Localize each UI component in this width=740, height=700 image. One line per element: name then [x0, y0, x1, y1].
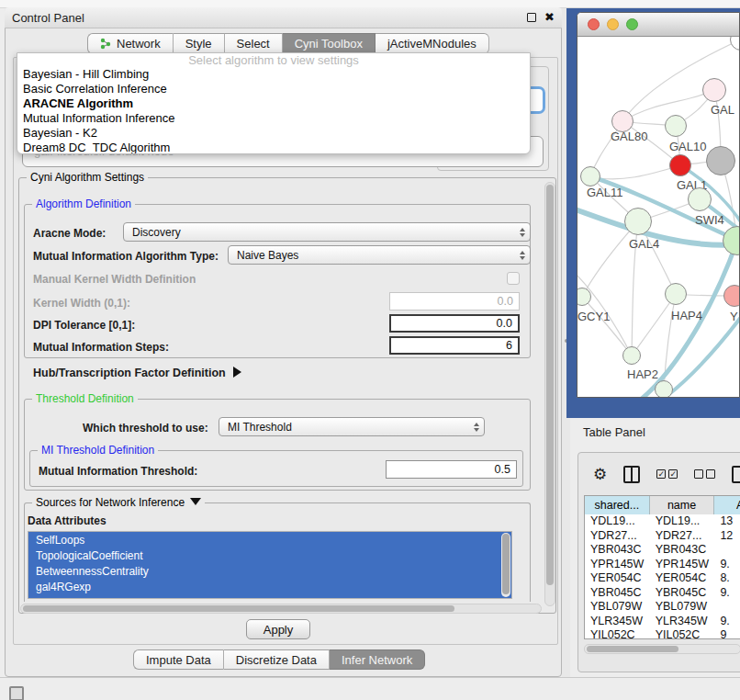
- bottom-dock-area: [0, 678, 740, 700]
- cyni-settings-legend: Cyni Algorithm Settings: [27, 171, 148, 184]
- table-row[interactable]: YBR045CYBR045C9.: [585, 586, 740, 601]
- control-panel-title: Control Panel: [12, 11, 84, 25]
- tab-style[interactable]: Style: [174, 33, 225, 54]
- stepper-arrows-icon: [520, 251, 525, 260]
- column-layout-icon[interactable]: [623, 466, 640, 483]
- stepper-arrows-icon: [474, 423, 479, 432]
- collapse-down-icon[interactable]: [190, 498, 201, 505]
- tab-jactivemnodules[interactable]: jActiveMNodules: [376, 33, 489, 54]
- node-label: HAP2: [627, 367, 658, 381]
- attributes-list-scrollbar[interactable]: [501, 533, 510, 597]
- algorithm-option[interactable]: Bayesian - Hill Climbing: [17, 67, 530, 82]
- table-row[interactable]: YLR345WYLR345W9.: [585, 615, 740, 629]
- select-all-columns-icon[interactable]: ✓✓: [656, 469, 678, 479]
- table-row[interactable]: YDL19...YDL19...13: [585, 514, 740, 529]
- tab-impute-data[interactable]: Impute Data: [133, 649, 224, 670]
- table-cell: YER054C: [585, 571, 650, 586]
- zoom-traffic-light[interactable]: [626, 18, 638, 30]
- manual-kernel-checkbox[interactable]: [507, 272, 520, 285]
- table-row[interactable]: YPR145WYPR145W9.: [585, 558, 740, 572]
- algorithm-option[interactable]: Bayesian - K2: [17, 126, 530, 141]
- dpi-tolerance-label: DPI Tolerance [0,1]:: [33, 319, 135, 332]
- aracne-mode-select[interactable]: Discovery: [123, 222, 531, 242]
- network-window-titlebar[interactable]: [577, 13, 739, 37]
- table-row[interactable]: YBL079WYBL079W: [585, 600, 740, 615]
- table-horizontal-scrollbar[interactable]: [584, 644, 740, 654]
- mi-algorithm-type-select[interactable]: Naive Bayes: [228, 245, 531, 265]
- algorithm-option[interactable]: Dream8 DC_TDC Algorithm: [17, 141, 530, 154]
- mi-threshold-input[interactable]: 0.5: [386, 460, 517, 479]
- column-header-name[interactable]: name: [650, 496, 715, 514]
- attribute-list-item[interactable]: TopologicalCoefficient: [28, 548, 511, 563]
- node-label: GAL4: [629, 237, 659, 251]
- close-traffic-light[interactable]: [588, 18, 600, 30]
- tab-cyni-toolbox[interactable]: Cyni Toolbox: [283, 33, 376, 54]
- settings-horizontal-scrollbar[interactable]: [20, 604, 542, 614]
- sources-legend[interactable]: Sources for Network Inference: [32, 496, 205, 509]
- table-row[interactable]: YBR043CYBR043C: [585, 543, 740, 558]
- attribute-list-item[interactable]: BetweennessCentrality: [28, 563, 511, 579]
- attribute-list-item[interactable]: SelfLoops: [28, 532, 511, 548]
- network-node-gal11[interactable]: [580, 166, 600, 186]
- settings-vertical-scrollbar[interactable]: [544, 182, 555, 606]
- table-row[interactable]: YDR27...YDR27...12: [585, 529, 740, 544]
- table-cell: [714, 543, 740, 558]
- table-toolbar: ⚙ ✓✓: [584, 460, 740, 488]
- attribute-list-item[interactable]: gal4RGexp: [28, 579, 511, 594]
- which-threshold-select[interactable]: MI Threshold: [219, 417, 485, 436]
- network-node-swi4[interactable]: [688, 187, 712, 211]
- hub-definition-toggle[interactable]: Hub/Transcription Factor Definition: [33, 367, 241, 379]
- table-cell: YBL079W: [650, 600, 715, 615]
- table-cell: 9: [714, 628, 740, 639]
- table-row[interactable]: YER054CYER054C8.: [585, 571, 740, 586]
- table-cell: 8.: [714, 571, 740, 586]
- table-row[interactable]: YIL052CYIL052C9: [585, 628, 740, 639]
- network-node-gal10[interactable]: [665, 115, 687, 137]
- minimize-traffic-light[interactable]: [607, 18, 619, 30]
- network-node-gal[interactable]: [702, 78, 726, 102]
- column-header-shared-name[interactable]: shared...: [585, 496, 650, 514]
- network-node-hap2[interactable]: [622, 346, 641, 365]
- kernel-width-label: Kernel Width (0,1):: [33, 297, 130, 310]
- table-panel-title: Table Panel: [583, 425, 645, 439]
- network-node-hap4[interactable]: [665, 283, 687, 305]
- node-label: GAL11: [587, 186, 623, 199]
- table-cell: YPR145W: [585, 558, 650, 572]
- table-cell: 9.: [714, 615, 740, 629]
- table-cell: 9.: [714, 586, 740, 601]
- attribute-list-item-partial[interactable]: [28, 594, 511, 599]
- network-node[interactable]: [655, 380, 673, 397]
- kernel-width-input[interactable]: 0.0: [389, 292, 520, 310]
- float-window-icon[interactable]: [527, 13, 536, 22]
- dock-panel-button[interactable]: [9, 686, 24, 700]
- network-node-y[interactable]: [723, 285, 739, 307]
- close-icon[interactable]: ✖: [544, 13, 555, 22]
- column-header-partial[interactable]: A: [714, 496, 740, 514]
- expand-right-icon[interactable]: [233, 367, 241, 378]
- export-table-icon[interactable]: [732, 466, 740, 483]
- deselect-columns-icon[interactable]: [694, 469, 715, 479]
- stepper-arrows-icon: [520, 228, 525, 237]
- network-canvas[interactable]: GALGAL80GAL10GAL1GAL11SWI4GAL4GCY1HAP4YH…: [577, 37, 739, 397]
- network-node-gal4[interactable]: [624, 208, 652, 235]
- tab-infer-network[interactable]: Infer Network: [330, 649, 425, 670]
- tab-select[interactable]: Select: [225, 33, 283, 54]
- algorithm-option[interactable]: Basic Correlation Inference: [17, 82, 530, 96]
- tab-discretize-data[interactable]: Discretize Data: [224, 649, 330, 670]
- network-node-gal1[interactable]: [669, 154, 691, 176]
- table-cell: YDL19...: [585, 514, 650, 529]
- table-cell: YBL079W: [585, 600, 650, 615]
- algorithm-option[interactable]: ARACNE Algorithm: [17, 96, 530, 111]
- algorithm-option[interactable]: Mutual Information Inference: [17, 111, 530, 126]
- network-node[interactable]: [706, 146, 735, 175]
- node-label: GAL: [711, 103, 734, 117]
- network-view-window: GALGAL80GAL10GAL1GAL11SWI4GAL4GCY1HAP4YH…: [577, 12, 740, 398]
- apply-button[interactable]: Apply: [246, 619, 310, 639]
- settings-gear-icon[interactable]: ⚙: [593, 467, 607, 482]
- dpi-tolerance-input[interactable]: 0.0: [389, 314, 520, 333]
- mi-steps-input[interactable]: 6: [389, 336, 520, 355]
- data-attributes-list[interactable]: SelfLoopsTopologicalCoefficientBetweenne…: [28, 531, 512, 599]
- tab-network[interactable]: Network: [87, 33, 174, 54]
- table-cell: YBR043C: [585, 543, 650, 558]
- table-cell: YDR27...: [585, 529, 650, 544]
